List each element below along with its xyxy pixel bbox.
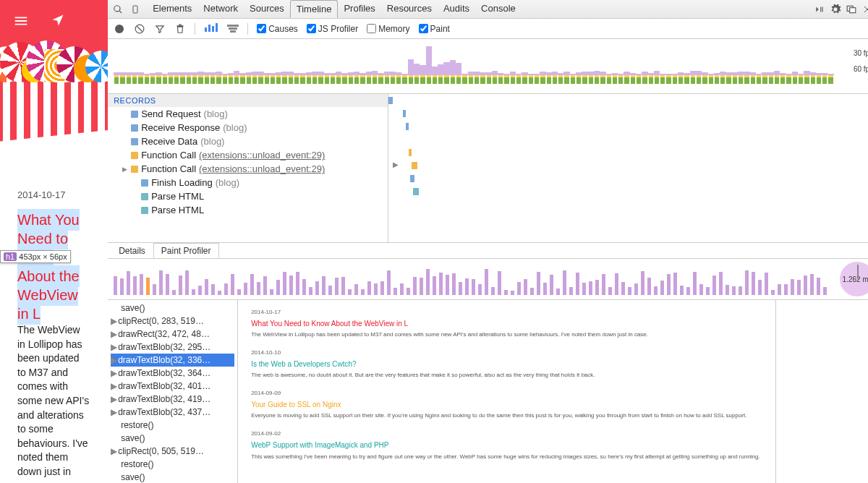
view-flame-icon[interactable] [227,23,239,35]
disclosure-icon[interactable]: ▶ [393,161,399,168]
tab-paint-profiler[interactable]: Paint Profiler [153,243,219,258]
paint-command[interactable]: ▶drawTextBlob(32, 364… [111,367,234,380]
paint-command[interactable]: save() [111,432,234,445]
tab-profiles[interactable]: Profiles [338,0,380,18]
devtools-toolbar: Elements Network Sources Timeline Profil… [108,0,868,19]
tab-timeline[interactable]: Timeline [290,0,339,18]
right-gutter [776,300,868,483]
gear-icon[interactable] [830,4,841,15]
timeline-overview[interactable]: 30 fps 60 fps [108,39,868,94]
paint-command[interactable]: restore() [111,419,234,432]
tab-console[interactable]: Console [475,0,522,18]
drawer-icon[interactable] [814,4,825,15]
record-row[interactable]: Send Request (blog) [108,107,388,121]
paint-commands-list[interactable]: save()▶clipRect(0, 283, 519…▶drawRect(32… [108,300,238,483]
svg-rect-2 [850,7,856,12]
posts-list: h1 453px × 56px 2014-10-17 What You Need… [0,179,108,483]
preview-post: 2014-09-02WebP Support with ImageMagick … [251,430,762,461]
search-icon[interactable] [112,4,124,15]
preview-post: 2014-10-17What You Need to Know About th… [251,309,762,339]
record-row[interactable]: Function Call (extensions::unload_event:… [108,148,388,162]
details-tabs: Details Paint Profiler [108,243,868,259]
garbage-icon[interactable] [174,23,186,35]
location-icon[interactable] [51,13,65,32]
record-row[interactable]: Parse HTML [108,203,388,217]
post-date: 2014-10-17 [17,189,90,200]
record-row[interactable]: Receive Response (blog) [108,121,388,134]
devtools-tabs: Elements Network Sources Timeline Profil… [147,0,522,18]
paint-profiler-chart[interactable]: 1.262 ms [108,259,868,299]
tab-audits[interactable]: Audits [438,0,475,18]
paint-command[interactable]: ▶drawTextBlob(32, 419… [111,393,234,406]
record-row[interactable]: ▶Function Call (extensions::unload_event… [108,162,388,176]
hero-artwork [0,36,108,159]
paint-command[interactable]: ▶drawTextBlob(32, 295… [111,341,234,354]
blog-post: 2014-10-17 What You Need to Know About t… [17,179,90,483]
element-dimension-tooltip: h1 453px × 56px [0,250,71,263]
record-row[interactable]: Receive Data (blog) [108,134,388,148]
record-icon[interactable] [114,23,125,35]
hero-banner [0,0,108,179]
record-row[interactable]: Parse HTML [108,189,388,203]
fps-30-label: 30 fps [854,49,868,57]
post-body: The WebView in Lollipop has been updated… [17,323,90,483]
paint-command[interactable]: save() [111,302,234,315]
view-bars-icon[interactable] [204,23,218,34]
tab-resources[interactable]: Resources [381,0,438,18]
devtools-panel: Elements Network Sources Timeline Profil… [108,0,868,483]
svg-rect-7 [230,30,236,33]
tab-elements[interactable]: Elements [147,0,197,18]
profiler-time-badge: 1.262 ms [840,262,868,296]
svg-rect-5 [227,25,239,27]
close-icon[interactable] [861,4,868,15]
jsprofiler-checkbox[interactable]: JS Profiler [307,24,358,34]
paint-command[interactable]: ▶drawTextBlob(32, 401… [111,380,234,393]
timeline-subbar: Causes JS Profiler Memory Paint [108,19,868,39]
preview-post: 2014-09-09Your Guide to SSL on NginxEver… [251,390,762,420]
paint-preview: 2014-10-17What You Need to Know About th… [238,300,776,483]
svg-rect-0 [133,6,137,13]
svg-rect-6 [229,27,237,30]
fps-60-label: 60 fps [854,65,868,73]
device-icon[interactable] [129,4,141,15]
paint-command[interactable]: ▶clipRect(0, 283, 519… [111,315,234,328]
paint-command[interactable]: ▶clipRect(0, 505, 519… [111,445,234,458]
paint-command[interactable]: ▶drawTextBlob(32, 437… [111,406,234,419]
paint-command[interactable]: save() [111,471,234,483]
records-pane: RECORDS Send Request (blog)Receive Respo… [108,94,388,242]
memory-checkbox[interactable]: Memory [367,24,409,34]
record-row[interactable]: Finish Loading (blog) [108,176,388,189]
paint-command[interactable]: ▶drawTextBlob(32, 336… [111,354,234,367]
tab-sources[interactable]: Sources [244,0,290,18]
svg-point-3 [115,25,124,33]
tab-network[interactable]: Network [197,0,244,18]
paint-command[interactable]: ▶drawRect(32, 472, 48… [111,328,234,341]
tab-details[interactable]: Details [111,243,153,258]
filter-icon[interactable] [154,23,166,35]
hamburger-icon[interactable] [13,13,29,32]
blog-page: h1 453px × 56px 2014-10-17 What You Need… [0,0,108,483]
clear-icon[interactable] [134,23,145,35]
post-title[interactable]: What You Need to Know About the WebView … [17,209,80,325]
causes-checkbox[interactable]: Causes [257,24,298,34]
waterfall-pane[interactable]: ▶ [388,94,868,242]
records-header: RECORDS [108,94,388,107]
paint-command[interactable]: restore() [111,458,234,471]
paint-checkbox[interactable]: Paint [419,24,450,34]
preview-post: 2014-10-10Is the Web a Developers Cwtch?… [251,349,762,380]
dock-icon[interactable] [846,4,857,15]
